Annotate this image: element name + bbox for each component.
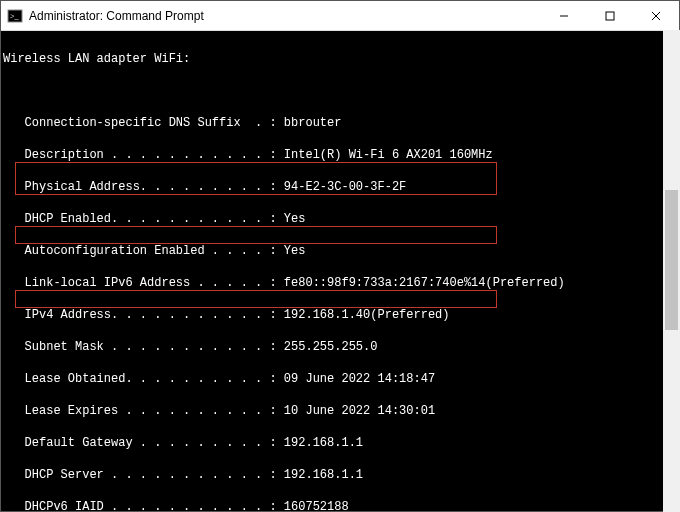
cmd-icon: >_	[7, 8, 23, 24]
section-header: Wireless LAN adapter WiFi:	[3, 51, 677, 67]
highlight-dns	[15, 290, 497, 308]
window-controls	[541, 1, 679, 30]
line-description: Description . . . . . . . . . . . : Inte…	[3, 147, 677, 163]
minimize-button[interactable]	[541, 1, 587, 30]
vertical-scrollbar[interactable]	[663, 30, 680, 512]
line-subnet: Subnet Mask . . . . . . . . . . . : 255.…	[3, 339, 677, 355]
line-gateway: Default Gateway . . . . . . . . . : 192.…	[3, 435, 677, 451]
line-dhcp-enabled: DHCP Enabled. . . . . . . . . . . : Yes	[3, 211, 677, 227]
maximize-button[interactable]	[587, 1, 633, 30]
line-ipv4: IPv4 Address. . . . . . . . . . . : 192.…	[3, 307, 677, 323]
titlebar[interactable]: >_ Administrator: Command Prompt	[1, 1, 679, 31]
line-autoconfig: Autoconfiguration Enabled . . . . : Yes	[3, 243, 677, 259]
svg-text:>_: >_	[10, 12, 20, 21]
svg-rect-3	[606, 12, 614, 20]
highlight-gateway	[15, 226, 497, 244]
line-ipv6: Link-local IPv6 Address . . . . . : fe80…	[3, 275, 677, 291]
line-phys-addr: Physical Address. . . . . . . . . : 94-E…	[3, 179, 677, 195]
line-lease-expires: Lease Expires . . . . . . . . . . : 10 J…	[3, 403, 677, 419]
line-lease-obtained: Lease Obtained. . . . . . . . . . : 09 J…	[3, 371, 677, 387]
line-dhcpv6-iaid: DHCPv6 IAID . . . . . . . . . . . : 1607…	[3, 499, 677, 511]
terminal-body[interactable]: Wireless LAN adapter WiFi: Connection-sp…	[1, 31, 679, 511]
window-frame: >_ Administrator: Command Prompt Wireles…	[0, 0, 680, 512]
line-dns-suffix: Connection-specific DNS Suffix . : bbrou…	[3, 115, 677, 131]
close-button[interactable]	[633, 1, 679, 30]
line-dhcp-server: DHCP Server . . . . . . . . . . . : 192.…	[3, 467, 677, 483]
window-title: Administrator: Command Prompt	[29, 9, 541, 23]
scrollbar-thumb[interactable]	[665, 190, 678, 330]
